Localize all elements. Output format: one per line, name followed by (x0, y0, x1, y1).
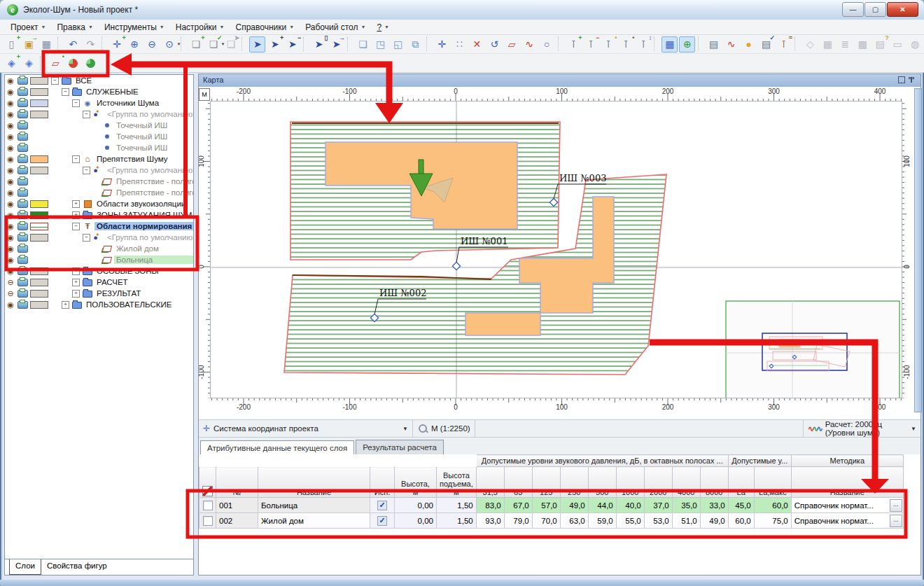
col-header-9[interactable]: 250 (560, 467, 588, 498)
pan-tool-button[interactable]: ✛+ (109, 36, 125, 53)
cell-level-8[interactable]: 35,0 (672, 498, 700, 513)
layer-label[interactable]: ЗОНЫ ЗАТУХАНИЯ ШУМА (94, 211, 193, 219)
eye-visible-icon[interactable]: ◉ (5, 256, 16, 265)
printer-icon[interactable] (18, 178, 28, 186)
map-maximize-icon[interactable] (898, 76, 905, 83)
meas-point-move-button[interactable]: ⊺↕ (635, 36, 651, 53)
select-tool-button[interactable]: ➤ (249, 36, 265, 53)
menu-2[interactable]: Правка▼ (52, 21, 97, 34)
edit-polyline-button[interactable]: ∿ (522, 36, 538, 53)
col-header-11[interactable]: 1000 (616, 467, 644, 498)
select-copy-button[interactable]: ➤▯ (311, 36, 327, 53)
layer-color-swatch[interactable] (30, 155, 48, 163)
edit-circle-button[interactable]: ○ (539, 36, 555, 53)
layer-row-12[interactable]: ◉+Области звукоизоляции (5, 198, 193, 209)
tree-collapse-toggle[interactable]: − (72, 99, 80, 107)
col-header-14[interactable]: 8000 (700, 467, 728, 498)
cell-level-9[interactable]: 49,0 (700, 513, 728, 529)
printer-icon[interactable] (18, 200, 28, 208)
layer-color-swatch[interactable] (30, 211, 48, 219)
menu-3[interactable]: Инструменты▼ (99, 21, 169, 34)
add-object-button[interactable]: ❏+ (188, 36, 204, 53)
used-checkbox[interactable]: ✓ (377, 501, 387, 510)
layer-row-21[interactable]: ◉+ПОЛЬЗОВАТЕЛЬСКИЕ (5, 299, 193, 310)
grid-tool-button[interactable]: ▦ (820, 36, 836, 53)
move-points-button[interactable]: ✛ (434, 36, 450, 53)
layer-label[interactable]: РАСЧЕТ (94, 278, 130, 286)
select-remove-button[interactable]: ➤− (284, 36, 300, 53)
map-pin-icon[interactable] (908, 76, 915, 83)
layer-label[interactable]: ВСЕ (74, 76, 94, 85)
tree-collapse-toggle[interactable]: − (83, 167, 90, 174)
eye-visible-icon[interactable]: ◉ (5, 110, 16, 119)
layer-row-8[interactable]: ◉−⌂Препятствия Шуму (5, 153, 193, 165)
layer-color-swatch[interactable] (30, 88, 48, 96)
col-header-12[interactable]: 2000 (644, 467, 672, 498)
row-select-checkbox[interactable] (203, 516, 213, 526)
cell-method[interactable]: Справочник нормат...... (791, 513, 903, 529)
eye-visible-icon[interactable]: ◉ (5, 144, 16, 153)
draw-sector-green-button[interactable] (83, 55, 99, 71)
layer-color-swatch[interactable] (30, 267, 48, 275)
redo-button[interactable]: ↷ (83, 36, 99, 53)
eye-visible-icon[interactable]: ◉ (5, 200, 16, 209)
col-header-15[interactable]: La (728, 467, 754, 498)
tree-expand-toggle[interactable]: + (72, 200, 80, 208)
cell-level-4[interactable]: 63,0 (560, 513, 588, 529)
cell-level-11[interactable]: 75,0 (754, 513, 791, 529)
minimize-button[interactable]: — (842, 2, 864, 17)
cell-level-7[interactable]: 53,0 (644, 513, 672, 529)
eye-visible-icon[interactable]: ◉ (5, 188, 16, 197)
tree-collapse-toggle[interactable]: − (72, 155, 80, 163)
meas-point-a-button[interactable]: ⊺• (600, 36, 616, 53)
col-header-6[interactable]: 31,5 (476, 467, 504, 498)
attribute-table[interactable]: Допустимые уровни звукового давления, дБ… (199, 454, 904, 536)
tree-collapse-toggle[interactable]: − (62, 88, 69, 96)
layer-color-swatch[interactable] (30, 223, 48, 230)
zoom-scale-button[interactable]: ⊙▼ (162, 36, 178, 53)
layer-label[interactable]: Препятствие - полигон (114, 188, 193, 197)
drop-tool-button[interactable]: ◇ (802, 36, 818, 53)
layer-label[interactable]: ПОЛЬЗОВАТЕЛЬСКИЕ (84, 300, 174, 309)
layer-color-swatch[interactable] (30, 178, 48, 186)
cell-num[interactable]: 002 (216, 513, 258, 529)
layer-label[interactable]: <Группа по умолчанию> (105, 110, 193, 118)
eye-hidden-icon[interactable]: ⊖ (5, 289, 16, 298)
layer-label[interactable]: Точечный ИШ (114, 121, 169, 130)
select-add-button[interactable]: ➤+ (267, 36, 283, 53)
eye-visible-icon[interactable]: ◉ (5, 222, 16, 231)
apply-object-button[interactable]: ❏✓▼ (205, 36, 221, 53)
layer-label[interactable]: Больница (114, 256, 193, 264)
cell-name[interactable]: Жилой дом (258, 513, 370, 529)
col-header-13[interactable]: 4000 (672, 467, 700, 498)
layer-label[interactable]: СЛУЖЕБНЫЕ (84, 88, 141, 96)
used-checkbox[interactable]: ✓ (377, 516, 387, 526)
layer-label[interactable]: Области звукоизоляции (94, 200, 188, 208)
printer-icon[interactable] (18, 256, 28, 264)
eye-visible-icon[interactable]: ◉ (5, 177, 16, 186)
cell-level-5[interactable]: 44,0 (588, 498, 616, 513)
cell-num[interactable]: 001 (216, 498, 258, 513)
order-down-button[interactable]: ⧉ (407, 36, 424, 53)
printer-icon[interactable] (18, 223, 28, 230)
edit-polygon-button[interactable]: ▱ (504, 36, 520, 53)
globe-tool-button[interactable]: ◍ (907, 36, 923, 53)
select-link-button[interactable]: ➤→ (328, 36, 344, 53)
cell-level-11[interactable]: 60,0 (754, 498, 791, 513)
cell-level-9[interactable]: 33,0 (700, 498, 728, 513)
layer-row-5[interactable]: ◉Точечный ИШ (5, 120, 193, 131)
layer-label[interactable]: <Группа по умолчанию> (105, 233, 193, 242)
coordinate-system-dropdown[interactable]: ✛ Система координат проекта ▼ (199, 420, 413, 437)
layer-color-swatch[interactable] (30, 256, 48, 264)
printer-icon[interactable] (18, 234, 28, 242)
layer-row-13[interactable]: ◉+ЗОНЫ ЗАТУХАНИЯ ШУМА (5, 209, 193, 221)
cell-level-5[interactable]: 59,0 (588, 513, 616, 529)
data-tab-2[interactable]: Результаты расчета (356, 440, 444, 454)
cell-level-3[interactable]: 57,0 (532, 498, 560, 513)
layer-row-1[interactable]: ◉−ВСЕ (5, 75, 193, 86)
save-file-button[interactable]: ▦ (38, 36, 55, 53)
layer-color-swatch[interactable] (30, 111, 48, 118)
delete-object-button[interactable]: ✕ (469, 36, 485, 53)
layer-color-swatch[interactable] (30, 189, 48, 197)
meas-point-remove-button[interactable]: ⊺− (583, 36, 599, 53)
